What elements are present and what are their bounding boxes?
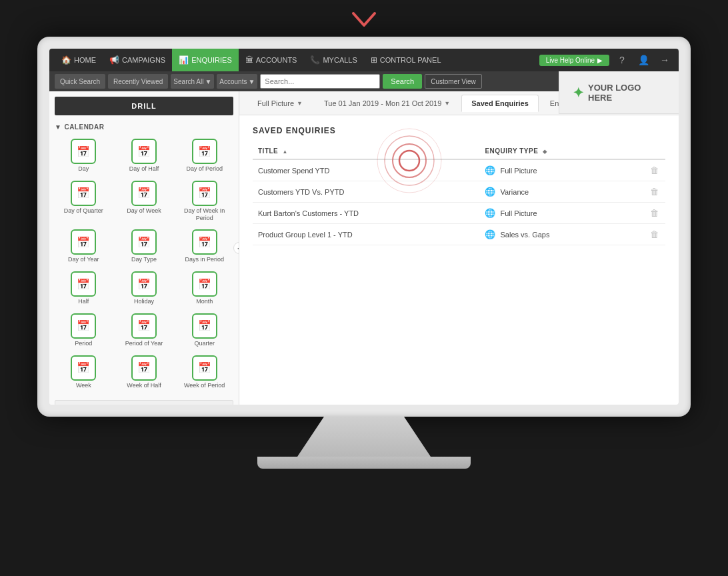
second-dimension-button[interactable]: SECOND DIMENSION — [55, 400, 233, 405]
sidebar-item-week-of-period[interactable]: 📅 Week of Period — [175, 353, 233, 392]
accounts-arrow-icon: ▼ — [248, 78, 255, 85]
quick-search-button[interactable]: Quick Search — [55, 74, 105, 89]
row2-delete-icon[interactable]: 🗑 — [650, 187, 659, 197]
user-button[interactable]: 👤 — [635, 51, 652, 69]
row1-delete-icon[interactable]: 🗑 — [650, 165, 659, 175]
day-label: Day — [78, 165, 89, 173]
row4-globe-icon: 🌐 — [485, 229, 495, 239]
search-input[interactable] — [260, 74, 380, 89]
day-of-week-in-period-label: Day of Week In Period — [177, 207, 232, 222]
table-row[interactable]: Customer Spend YTD 🌐 Full Picture 🗑 — [253, 159, 665, 181]
row3-delete-icon[interactable]: 🗑 — [650, 208, 659, 218]
nav-enquiries-label: ENQUIRIES — [191, 56, 232, 64]
row4-delete-icon[interactable]: 🗑 — [650, 229, 659, 239]
monitor: 🏠 HOME 📢 CAMPAIGNS 📊 ENQUIRIES 🏛 ACCOUNT… — [37, 7, 691, 469]
sidebar-item-day-of-period[interactable]: 📅 Day of Period — [175, 136, 233, 175]
row3-globe-icon: 🌐 — [485, 208, 495, 218]
sidebar-item-day-of-week[interactable]: 📅 Day of Week — [115, 178, 173, 225]
sidebar-item-day-of-year[interactable]: 📅 Day of Year — [55, 227, 113, 266]
search-button[interactable]: Search — [383, 74, 422, 89]
top-nav: 🏠 HOME 📢 CAMPAIGNS 📊 ENQUIRIES 🏛 ACCOUNT… — [49, 49, 679, 71]
sidebar-item-day-of-week-in-period[interactable]: 📅 Day of Week In Period — [175, 178, 233, 225]
tab-saved-enquiries[interactable]: Saved Enquiries — [461, 95, 539, 112]
sidebar-item-week-of-half[interactable]: 📅 Week of Half — [115, 353, 173, 392]
help-icon: ? — [619, 55, 625, 65]
enquiries-icon: 📊 — [179, 55, 189, 65]
half-icon: 📅 — [71, 271, 96, 297]
nav-mycalls[interactable]: 📞 MYCALLS — [303, 49, 363, 71]
table-row[interactable]: Product Group Level 1 - YTD 🌐 Sales vs. … — [253, 224, 665, 245]
exit-button[interactable]: → — [656, 51, 673, 69]
customer-view-button[interactable]: Customer View — [425, 74, 482, 89]
row1-delete[interactable]: 🗑 — [645, 159, 665, 181]
nav-home-label: HOME — [74, 56, 96, 64]
recently-viewed-button[interactable]: Recently Viewed — [108, 74, 168, 89]
live-help-button[interactable]: Live Help Online ▶ — [539, 55, 609, 66]
logo-area: ✦ YOUR LOGO HERE — [559, 71, 679, 114]
col-title[interactable]: TITLE ▲ — [253, 143, 479, 159]
controlpanel-icon: ⊞ — [371, 55, 377, 65]
nav-accounts[interactable]: 🏛 ACCOUNTS — [239, 49, 304, 71]
monitor-base — [257, 457, 471, 469]
row4-delete[interactable]: 🗑 — [645, 224, 665, 245]
row1-enquiry-type-value: Full Picture — [501, 167, 537, 175]
holiday-label: Holiday — [134, 298, 154, 305]
month-label: Month — [196, 298, 213, 305]
nav-campaigns-label: CAMPAIGNS — [122, 56, 165, 64]
sidebar-item-holiday[interactable]: 📅 Holiday — [115, 269, 173, 308]
sidebar-item-day[interactable]: 📅 Day — [55, 136, 113, 175]
chevron-top-icon — [37, 7, 691, 37]
sidebar-item-day-type[interactable]: 📅 Day Type — [115, 227, 173, 266]
sidebar-item-half[interactable]: 📅 Half — [55, 269, 113, 308]
row2-enquiry-type: 🌐 Variance — [479, 181, 645, 203]
row2-title: Customers YTD Vs. PYTD — [253, 181, 479, 203]
month-icon: 📅 — [192, 271, 217, 297]
col-title-label: TITLE — [258, 147, 278, 155]
tab-full-picture[interactable]: Full Picture ▼ — [247, 95, 313, 111]
day-of-period-label: Day of Period — [186, 165, 223, 173]
row3-delete[interactable]: 🗑 — [645, 203, 665, 224]
accounts-dropdown[interactable]: Accounts ▼ — [217, 74, 257, 89]
nav-enquiries[interactable]: 📊 ENQUIRIES — [172, 49, 239, 71]
table-row[interactable]: Kurt Barton's Customers - YTD 🌐 Full Pic… — [253, 203, 665, 224]
nav-accounts-label: ACCOUNTS — [256, 56, 297, 64]
nav-home[interactable]: 🏠 HOME — [55, 49, 103, 71]
table-header-row: TITLE ▲ ENQUIRY TYPE ◆ — [253, 143, 665, 159]
nav-campaigns[interactable]: 📢 CAMPAIGNS — [103, 49, 172, 71]
sidebar-item-period[interactable]: 📅 Period — [55, 311, 113, 350]
tab-date-range[interactable]: Tue 01 Jan 2019 - Mon 21 Oct 2019 ▼ — [314, 95, 460, 111]
enquiries-table: TITLE ▲ ENQUIRY TYPE ◆ — [253, 143, 665, 245]
day-of-quarter-icon: 📅 — [71, 181, 96, 206]
sidebar-item-day-of-quarter[interactable]: 📅 Day of Quarter — [55, 178, 113, 225]
help-button[interactable]: ? — [613, 51, 631, 69]
day-of-half-icon: 📅 — [131, 139, 157, 164]
section-title: SAVED ENQUIRIES — [253, 126, 665, 135]
calendar-arrow-icon: ▼ — [55, 123, 61, 131]
col-enquiry-type[interactable]: ENQUIRY TYPE ◆ — [479, 143, 645, 159]
row2-delete[interactable]: 🗑 — [645, 181, 665, 203]
calendar-section-header[interactable]: ▼ CALENDAR — [49, 121, 239, 133]
nav-controlpanel-label: CONTROL PANEL — [380, 56, 441, 64]
search-all-dropdown[interactable]: Search All ▼ — [171, 74, 214, 89]
week-icon: 📅 — [71, 355, 96, 381]
days-in-period-icon: 📅 — [192, 229, 217, 255]
row3-enquiry-type-value: Full Picture — [501, 209, 537, 217]
sidebar-item-day-of-half[interactable]: 📅 Day of Half — [115, 136, 173, 175]
sidebar-item-month[interactable]: 📅 Month — [175, 269, 233, 308]
sidebar-item-week[interactable]: 📅 Week — [55, 353, 113, 392]
table-row[interactable]: Customers YTD Vs. PYTD 🌐 Variance 🗑 — [253, 181, 665, 203]
logo-star-icon: ✦ — [573, 85, 584, 101]
day-of-week-label: Day of Week — [127, 207, 161, 215]
calendar-label: CALENDAR — [64, 123, 104, 131]
drill-button[interactable]: DRILL — [55, 97, 233, 115]
period-of-year-icon: 📅 — [131, 313, 157, 339]
nav-controlpanel[interactable]: ⊞ CONTROL PANEL — [364, 49, 448, 71]
col-title-sort-icon: ▲ — [283, 149, 288, 155]
sidebar-item-days-in-period[interactable]: 📅 Days in Period — [175, 227, 233, 266]
tab-date-range-label: Tue 01 Jan 2019 - Mon 21 Oct 2019 — [324, 99, 441, 107]
enquiries-content: SAVED ENQUIRIES TITLE ▲ ENQUIRY TYPE — [239, 115, 679, 405]
col-actions — [645, 143, 665, 159]
sidebar-item-quarter[interactable]: 📅 Quarter — [175, 311, 233, 350]
day-type-label: Day Type — [131, 256, 157, 263]
sidebar-item-period-of-year[interactable]: 📅 Period of Year — [115, 311, 173, 350]
